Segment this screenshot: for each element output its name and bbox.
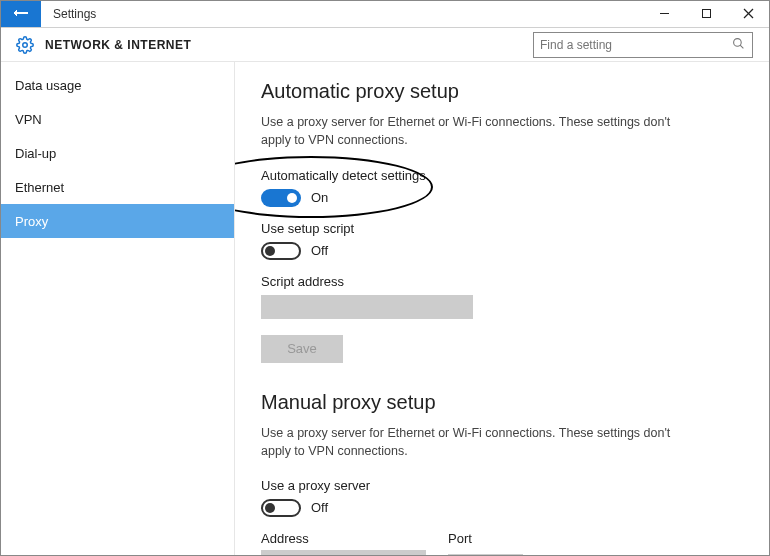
titlebar: 🠔 Settings [1,1,769,28]
use-proxy-state: Off [311,500,328,515]
page-title: NETWORK & INTERNET [45,38,191,52]
search-box[interactable] [533,32,753,58]
port-col: Port [448,531,523,555]
close-button[interactable] [727,1,769,27]
window-title: Settings [41,1,108,27]
port-label: Port [448,531,523,546]
use-proxy-row: Off [261,499,743,517]
manual-proxy-section: Manual proxy setup Use a proxy server fo… [261,391,743,555]
maximize-icon [701,8,712,19]
address-port-row: Address Port [261,531,743,555]
automatic-proxy-title: Automatic proxy setup [261,80,743,103]
maximize-button[interactable] [685,1,727,27]
sidebar-item-vpn[interactable]: VPN [1,102,234,136]
page-header: NETWORK & INTERNET [1,28,769,62]
use-proxy-toggle[interactable] [261,499,301,517]
back-button[interactable]: 🠔 [1,1,41,27]
address-input[interactable] [261,550,426,555]
svg-point-4 [23,42,28,47]
minimize-button[interactable] [643,1,685,27]
sidebar: Data usage VPN Dial-up Ethernet Proxy [1,62,235,555]
annotation-oval [235,156,433,218]
settings-window: 🠔 Settings NETWORK & INTERNET Data usage [0,0,770,556]
main-content: Automatic proxy setup Use a proxy server… [235,62,769,555]
sidebar-item-ethernet[interactable]: Ethernet [1,170,234,204]
detect-settings-toggle[interactable] [261,189,301,207]
gear-icon [15,35,35,55]
arrow-left-icon: 🠔 [13,5,29,23]
setup-script-toggle[interactable] [261,242,301,260]
save-button[interactable]: Save [261,335,343,363]
automatic-proxy-desc: Use a proxy server for Ethernet or Wi-Fi… [261,113,681,149]
body: Data usage VPN Dial-up Ethernet Proxy Au… [1,62,769,555]
detect-settings-row: On [261,189,743,207]
close-icon [743,8,754,19]
script-address-label: Script address [261,274,743,289]
address-label: Address [261,531,426,546]
sidebar-item-proxy[interactable]: Proxy [1,204,234,238]
manual-proxy-title: Manual proxy setup [261,391,743,414]
svg-rect-1 [702,10,710,18]
toggle-knob [265,246,275,256]
minimize-icon [659,8,670,19]
sidebar-item-data-usage[interactable]: Data usage [1,68,234,102]
svg-point-5 [734,38,742,46]
setup-script-label: Use setup script [261,221,743,236]
detect-settings-label: Automatically detect settings [261,168,743,183]
detect-settings-state: On [311,190,328,205]
manual-proxy-desc: Use a proxy server for Ethernet or Wi-Fi… [261,424,681,460]
sidebar-item-dial-up[interactable]: Dial-up [1,136,234,170]
use-proxy-label: Use a proxy server [261,478,743,493]
address-col: Address [261,531,426,555]
toggle-knob [287,193,297,203]
setup-script-row: Off [261,242,743,260]
port-input[interactable] [448,554,523,555]
setup-script-state: Off [311,243,328,258]
search-input[interactable] [540,38,732,52]
script-address-input[interactable] [261,295,473,319]
toggle-knob [265,503,275,513]
svg-line-6 [740,45,743,48]
search-icon [732,36,746,54]
